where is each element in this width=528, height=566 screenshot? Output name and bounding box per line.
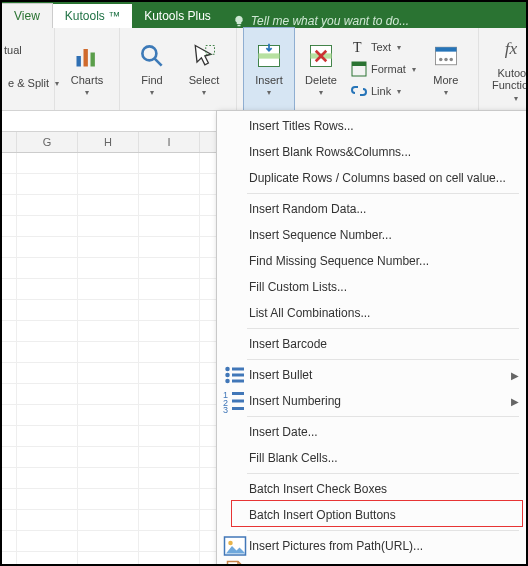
svg-rect-15 xyxy=(352,62,366,66)
menu-item-label: Insert Barcode xyxy=(247,337,519,351)
format-button[interactable]: Format▾ xyxy=(347,58,420,80)
menu-item-barc[interactable]: Insert Barcode xyxy=(217,331,527,357)
menu-item-date[interactable]: Insert Date... xyxy=(217,419,527,445)
svg-point-36 xyxy=(228,541,233,546)
svg-point-20 xyxy=(449,58,453,62)
col-header[interactable]: H xyxy=(78,132,139,152)
find-button[interactable]: Find ▾ xyxy=(126,27,178,111)
chevron-down-icon: ▾ xyxy=(202,90,206,96)
svg-rect-17 xyxy=(435,47,456,51)
svg-line-5 xyxy=(155,59,162,66)
insert-icon xyxy=(255,42,283,70)
insert-label: Insert xyxy=(255,74,283,86)
tab-strip: View Kutools ™ Kutools Plus Tell me what… xyxy=(2,2,526,28)
menu-item-label: Insert Sequence Number... xyxy=(247,228,519,242)
tab-kutools-plus[interactable]: Kutools Plus xyxy=(132,4,223,28)
blank-icon xyxy=(223,142,247,162)
menu-separator xyxy=(247,193,519,194)
text-label: Text xyxy=(371,41,391,53)
menu-item-label: Find Missing Sequence Number... xyxy=(247,254,519,268)
kfunc-line1: Kutools xyxy=(497,67,528,79)
link-label: Link xyxy=(371,85,391,97)
charts-button[interactable]: Charts ▾ xyxy=(61,27,113,111)
svg-point-19 xyxy=(444,58,448,62)
blank-icon xyxy=(223,225,247,245)
menu-item-label: Insert Date... xyxy=(247,425,519,439)
menu-separator xyxy=(247,473,519,474)
chart-icon xyxy=(73,42,101,70)
menu-item-dup[interactable]: Duplicate Rows / Columns based on cell v… xyxy=(217,165,527,191)
svg-rect-32 xyxy=(232,400,244,403)
format-icon xyxy=(351,61,367,77)
menu-item-label: Fill Blank Cells... xyxy=(247,451,519,465)
tab-kutools[interactable]: Kutools ™ xyxy=(53,4,132,28)
insert-button[interactable]: Insert ▾ xyxy=(243,27,295,111)
menu-item-label: Fill Custom Lists... xyxy=(247,280,519,294)
menu-separator xyxy=(247,530,519,531)
blank-icon xyxy=(223,277,247,297)
menu-item-titles[interactable]: Insert Titles Rows... xyxy=(217,113,527,139)
bullet-icon xyxy=(223,365,247,385)
format-label: Format xyxy=(371,63,406,75)
menu-item-rand[interactable]: Insert Random Data... xyxy=(217,196,527,222)
menu-separator xyxy=(247,328,519,329)
col-header[interactable]: I xyxy=(139,132,200,152)
blank-icon xyxy=(223,505,247,525)
ribbon-left-fragment-top: tual xyxy=(4,44,22,56)
charts-label: Charts xyxy=(71,74,103,86)
svg-point-4 xyxy=(142,46,156,60)
menu-item-chk[interactable]: Batch Insert Check Boxes xyxy=(217,476,527,502)
kutools-functions-button[interactable]: fx KutoolsFunctions ▾ xyxy=(485,27,528,111)
svg-point-23 xyxy=(225,367,230,372)
menu-item-label: Batch Insert Check Boxes xyxy=(247,482,519,496)
more-button[interactable]: More ▾ xyxy=(420,27,472,111)
tell-me[interactable]: Tell me what you want to do... xyxy=(223,14,419,28)
numbering-icon: 123 xyxy=(223,391,247,411)
svg-rect-2 xyxy=(84,49,88,67)
blank-icon xyxy=(223,334,247,354)
chevron-down-icon: ▾ xyxy=(444,90,448,96)
delete-button[interactable]: Delete ▾ xyxy=(295,27,347,111)
col-header[interactable]: G xyxy=(17,132,78,152)
link-button[interactable]: Link▾ xyxy=(347,80,420,102)
menu-item-blankc[interactable]: Fill Blank Cells... xyxy=(217,445,527,471)
blank-icon xyxy=(223,448,247,468)
menu-item-bull[interactable]: Insert Bullet▶ xyxy=(217,362,527,388)
chevron-down-icon: ▾ xyxy=(150,90,154,96)
menu-item-label: Insert Pictures from Path(URL)... xyxy=(247,539,519,553)
select-label: Select xyxy=(189,74,220,86)
svg-rect-3 xyxy=(91,53,95,67)
menu-item-numb[interactable]: 123Insert Numbering▶ xyxy=(217,388,527,414)
blank-icon xyxy=(223,303,247,323)
kfunc-line2: Functions xyxy=(492,79,528,91)
insert-dropdown-menu: Insert Titles Rows...Insert Blank Rows&C… xyxy=(216,110,528,566)
text-button[interactable]: TText▾ xyxy=(347,36,420,58)
submenu-arrow-icon: ▶ xyxy=(511,396,519,407)
svg-text:fx: fx xyxy=(504,38,517,58)
svg-rect-0 xyxy=(237,25,240,27)
menu-item-blank[interactable]: Insert Blank Rows&Columns... xyxy=(217,139,527,165)
page-icon xyxy=(223,562,247,566)
menu-item-miss[interactable]: Find Missing Sequence Number... xyxy=(217,248,527,274)
delete-icon xyxy=(307,42,335,70)
menu-item-label: Insert Numbering xyxy=(247,394,511,408)
menu-item-label: Insert Titles Rows... xyxy=(247,119,519,133)
menu-item-wm[interactable]: Insert Watermark... xyxy=(217,559,527,566)
menu-item-label: Insert Blank Rows&Columns... xyxy=(247,145,519,159)
tab-view[interactable]: View xyxy=(2,3,53,28)
cursor-icon xyxy=(190,42,218,70)
menu-item-pic[interactable]: Insert Pictures from Path(URL)... xyxy=(217,533,527,559)
menu-item-fill[interactable]: Fill Custom Lists... xyxy=(217,274,527,300)
menu-item-label: List All Combinations... xyxy=(247,306,519,320)
menu-item-comb[interactable]: List All Combinations... xyxy=(217,300,527,326)
menu-item-opt[interactable]: Batch Insert Option Buttons xyxy=(217,502,527,528)
fx-icon: fx xyxy=(502,35,528,63)
tell-me-placeholder: Tell me what you want to do... xyxy=(251,14,409,28)
select-button[interactable]: Select ▾ xyxy=(178,27,230,111)
submenu-arrow-icon: ▶ xyxy=(511,370,519,381)
blank-icon xyxy=(223,199,247,219)
svg-rect-34 xyxy=(232,407,244,410)
chevron-down-icon: ▾ xyxy=(412,65,416,74)
svg-rect-24 xyxy=(232,368,244,371)
menu-item-seq[interactable]: Insert Sequence Number... xyxy=(217,222,527,248)
